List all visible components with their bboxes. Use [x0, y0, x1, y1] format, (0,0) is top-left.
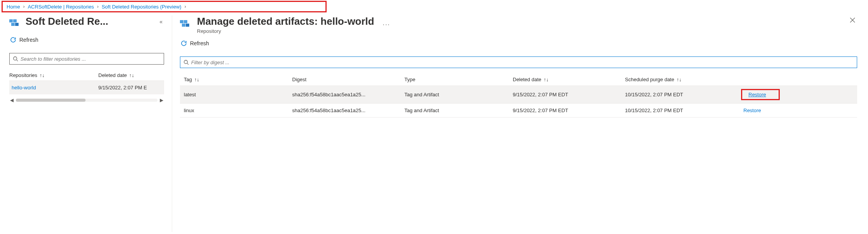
breadcrumb-home[interactable]: Home — [7, 4, 20, 10]
container-registry-icon — [180, 18, 192, 27]
svg-line-5 — [17, 60, 18, 61]
sort-icon: ↑↓ — [129, 72, 134, 78]
column-header-deleted-date[interactable]: Deleted date ↑↓ — [513, 77, 625, 82]
svg-rect-2 — [11, 23, 15, 26]
artifact-deleted-date: 9/15/2022, 2:07 PM EDT — [513, 92, 625, 97]
artifact-purge-date: 10/15/2022, 2:07 PM EDT — [625, 92, 737, 97]
artifact-type: Tag and Artifact — [404, 108, 513, 113]
sort-icon: ↑↓ — [544, 77, 549, 82]
artifact-tag: latest — [184, 92, 292, 97]
page-subtitle: Repository — [197, 28, 374, 34]
main-panel: Manage deleted artifacts: hello-world Re… — [172, 15, 868, 232]
chevron-right-icon: › — [97, 4, 99, 9]
artifact-deleted-date: 9/15/2022, 2:07 PM EDT — [513, 108, 625, 113]
artifact-digest: sha256:f54a58bc1aac5ea1a25... — [292, 92, 404, 97]
chevron-right-icon: › — [185, 4, 186, 9]
restore-button[interactable]: Restore — [746, 91, 769, 98]
scrollbar-track[interactable] — [16, 99, 158, 102]
column-header-purge-date[interactable]: Scheduled purge date ↑↓ — [625, 77, 737, 82]
artifact-row[interactable]: latest sha256:f54a58bc1aac5ea1a25... Tag… — [180, 86, 857, 104]
artifact-digest: sha256:f54a58bc1aac5ea1a25... — [292, 108, 404, 113]
svg-rect-6 — [180, 20, 183, 23]
sidebar-column-headers: Repositories ↑↓ Deleted date ↑↓ — [9, 70, 164, 80]
page-title: Manage deleted artifacts: hello-world — [197, 15, 374, 27]
svg-rect-3 — [15, 23, 19, 26]
breadcrumb-repositories[interactable]: ACRSoftDelete | Repositories — [28, 4, 94, 10]
column-header-digest[interactable]: Digest — [292, 77, 404, 82]
column-header-tag[interactable]: Tag ↑↓ — [184, 77, 292, 82]
container-registry-icon — [9, 17, 21, 26]
collapse-sidebar-button[interactable]: « — [158, 17, 164, 26]
filter-digest-input[interactable] — [180, 56, 857, 68]
sidebar-panel: Soft Deleted Re... « Refresh Repositorie… — [0, 15, 172, 232]
restore-button-highlight: Restore — [741, 89, 780, 100]
svg-point-12 — [184, 60, 188, 64]
breadcrumb: Home › ACRSoftDelete | Repositories › So… — [2, 1, 327, 12]
svg-rect-8 — [182, 24, 185, 27]
refresh-label: Refresh — [190, 40, 209, 46]
sidebar-title: Soft Deleted Re... — [26, 15, 153, 27]
filter-digest-field[interactable] — [191, 60, 854, 65]
search-icon — [183, 60, 189, 65]
close-icon — [849, 17, 856, 23]
artifact-row[interactable]: linux sha256:f54a58bc1aac5ea1a25... Tag … — [180, 104, 857, 118]
svg-rect-1 — [13, 19, 17, 22]
sort-icon: ↑↓ — [676, 77, 681, 82]
chevron-right-icon: › — [23, 4, 25, 9]
refresh-icon — [181, 40, 187, 46]
svg-rect-7 — [184, 20, 187, 23]
sidebar-refresh-button[interactable]: Refresh — [9, 34, 164, 45]
scrollbar-thumb[interactable] — [16, 99, 86, 102]
repository-row[interactable]: hello-world 9/15/2022, 2:07 PM E — [9, 80, 164, 94]
refresh-label: Refresh — [19, 37, 38, 43]
refresh-icon — [10, 37, 16, 43]
svg-rect-0 — [9, 19, 13, 22]
scroll-left-icon[interactable]: ◀ — [9, 97, 14, 103]
svg-rect-9 — [186, 24, 189, 27]
artifact-tag: linux — [184, 108, 292, 113]
repository-name: hello-world — [12, 85, 98, 91]
artifact-purge-date: 10/15/2022, 2:07 PM EDT — [625, 108, 737, 113]
repository-deleted-date: 9/15/2022, 2:07 PM E — [98, 85, 164, 91]
sidebar-search-input[interactable] — [9, 53, 164, 65]
restore-button[interactable]: Restore — [741, 107, 764, 114]
artifact-table-header: Tag ↑↓ Digest Type Deleted date ↑↓ Sched… — [180, 73, 857, 86]
column-header-repositories[interactable]: Repositories ↑↓ — [9, 72, 98, 78]
column-header-type[interactable]: Type — [404, 77, 513, 82]
breadcrumb-soft-deleted[interactable]: Soft Deleted Repositories (Preview) — [102, 4, 181, 10]
search-icon — [13, 56, 18, 61]
svg-line-13 — [187, 63, 189, 65]
sort-icon: ↑↓ — [39, 72, 45, 78]
main-refresh-button[interactable]: Refresh — [180, 38, 857, 49]
artifact-type: Tag and Artifact — [404, 92, 513, 97]
column-header-deleted-date[interactable]: Deleted date ↑↓ — [98, 72, 164, 78]
close-button[interactable] — [848, 15, 857, 27]
horizontal-scrollbar[interactable]: ◀ ▶ — [9, 97, 164, 103]
sidebar-search-field[interactable] — [21, 56, 161, 62]
scroll-right-icon[interactable]: ▶ — [159, 97, 164, 103]
svg-point-4 — [14, 57, 17, 60]
more-actions-button[interactable]: ··· — [380, 18, 393, 31]
sort-icon: ↑↓ — [194, 77, 199, 82]
